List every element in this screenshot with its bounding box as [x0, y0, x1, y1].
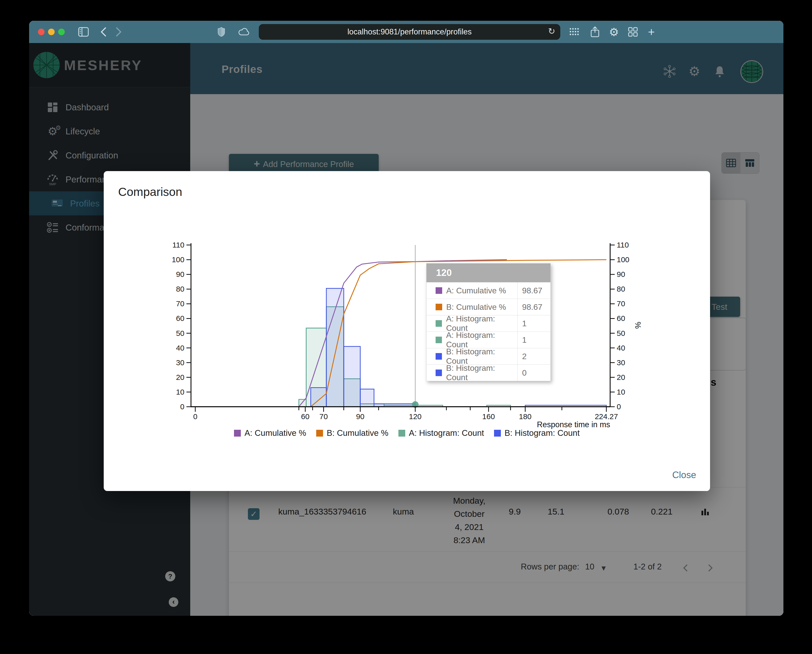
tooltip-series-label: B: Histogram: Count: [446, 364, 517, 382]
svg-text:0: 0: [193, 412, 198, 421]
svg-text:160: 160: [482, 412, 495, 421]
series-swatch: [436, 370, 442, 376]
svg-text:0: 0: [617, 402, 621, 411]
svg-text:100: 100: [617, 255, 629, 264]
back-icon[interactable]: [98, 26, 109, 37]
svg-text:50: 50: [176, 329, 185, 338]
svg-text:%: %: [633, 322, 642, 329]
svg-text:100: 100: [172, 255, 185, 264]
tooltip-row: A: Cumulative % 98.67: [426, 282, 551, 299]
reload-icon[interactable]: ↻: [548, 26, 556, 36]
tooltip-row: A: Histogram: Count 1: [426, 315, 551, 332]
legend-swatch: [234, 430, 241, 437]
minimize-window-button[interactable]: [48, 29, 55, 35]
svg-text:70: 70: [176, 299, 185, 308]
series-swatch: [436, 353, 442, 360]
chart-tooltip: 120 A: Cumulative % 98.67 B: Cumulative …: [426, 263, 551, 381]
tooltip-series-label: B: Cumulative %: [446, 303, 506, 312]
svg-text:40: 40: [617, 344, 625, 352]
svg-text:70: 70: [617, 299, 625, 308]
legend-swatch: [494, 430, 501, 437]
comparison-chart: 0010102020303040405050606070708080909010…: [104, 171, 710, 491]
shield-icon[interactable]: [216, 26, 227, 37]
settings-gear-icon[interactable]: ⚙: [608, 26, 620, 37]
svg-text:60: 60: [617, 314, 625, 322]
legend-item-b-histogram[interactable]: B: Histogram: Count: [494, 428, 580, 438]
series-swatch: [436, 320, 442, 327]
tooltip-value: 98.67: [517, 299, 551, 315]
tooltip-header: 120: [426, 263, 551, 282]
svg-text:40: 40: [176, 344, 185, 352]
tooltip-value: 1: [517, 315, 551, 332]
new-tab-plus-icon[interactable]: +: [646, 26, 657, 37]
legend-swatch: [316, 430, 323, 437]
svg-text:10: 10: [176, 388, 185, 396]
svg-text:20: 20: [617, 373, 625, 381]
svg-text:50: 50: [617, 329, 625, 338]
browser-window: localhost:9081/performance/profiles ↻ ⚙ …: [29, 21, 783, 616]
svg-text:90: 90: [176, 270, 185, 278]
svg-text:0: 0: [180, 402, 185, 411]
tab-grid-icon[interactable]: [569, 26, 580, 37]
svg-text:30: 30: [176, 358, 185, 367]
svg-text:Response time in ms: Response time in ms: [537, 420, 610, 429]
app-area: MESHERY Dashboard ⚙⚙ Lifecycle: [29, 43, 783, 616]
sidebar-toggle-icon[interactable]: [78, 26, 89, 37]
tooltip-value: 2: [517, 348, 551, 364]
series-swatch: [436, 337, 442, 343]
svg-text:60: 60: [176, 314, 185, 322]
svg-text:80: 80: [176, 285, 185, 293]
comparison-modal: Comparison 00101020203030404050506060707…: [104, 171, 710, 491]
legend-item-a-histogram[interactable]: A: Histogram: Count: [398, 428, 484, 438]
browser-toolbar: localhost:9081/performance/profiles ↻ ⚙ …: [29, 21, 783, 43]
tooltip-row: B: Cumulative % 98.67: [426, 299, 551, 315]
legend-item-b-cumulative[interactable]: B: Cumulative %: [316, 428, 388, 438]
svg-text:180: 180: [519, 412, 531, 421]
svg-text:10: 10: [617, 388, 625, 396]
tooltip-value: 98.67: [517, 283, 551, 299]
svg-text:110: 110: [617, 241, 629, 249]
tooltip-series-label: A: Histogram: Count: [446, 314, 517, 333]
tooltip-row: B: Histogram: Count 0: [426, 364, 551, 381]
close-window-button[interactable]: [38, 29, 44, 35]
tooltip-series-label: A: Histogram: Count: [446, 330, 517, 349]
legend-swatch: [398, 430, 405, 437]
url-text: localhost:9081/performance/profiles: [347, 28, 472, 37]
share-icon[interactable]: [589, 26, 600, 37]
series-swatch: [436, 304, 442, 310]
tooltip-series-label: A: Cumulative %: [446, 286, 506, 295]
svg-text:60: 60: [301, 412, 309, 421]
legend-item-a-cumulative[interactable]: A: Cumulative %: [234, 428, 306, 438]
forward-icon[interactable]: [113, 26, 124, 37]
tooltip-row: A: Histogram: Count 1: [426, 332, 551, 348]
svg-text:80: 80: [617, 285, 625, 293]
close-button[interactable]: Close: [672, 470, 696, 480]
svg-text:120: 120: [409, 412, 421, 421]
svg-text:20: 20: [176, 373, 185, 381]
zoom-window-button[interactable]: [58, 29, 65, 35]
svg-text:90: 90: [356, 412, 364, 421]
svg-text:90: 90: [617, 270, 625, 278]
series-swatch: [436, 287, 442, 294]
svg-text:30: 30: [617, 358, 625, 367]
cloud-icon[interactable]: [238, 26, 249, 37]
tooltip-value: 1: [517, 332, 551, 348]
url-bar[interactable]: localhost:9081/performance/profiles ↻: [259, 24, 560, 40]
tooltip-row: B: Histogram: Count 2: [426, 348, 551, 364]
svg-text:70: 70: [319, 412, 328, 421]
svg-text:110: 110: [172, 241, 185, 249]
screenshot-stage: localhost:9081/performance/profiles ↻ ⚙ …: [0, 0, 812, 654]
chart-legend: A: Cumulative % B: Cumulative % A: Histo…: [104, 428, 710, 438]
svg-text:224.27: 224.27: [595, 412, 618, 421]
tooltip-series-label: B: Histogram: Count: [446, 347, 517, 366]
tooltip-value: 0: [517, 365, 551, 381]
tiles-icon[interactable]: [627, 26, 638, 37]
